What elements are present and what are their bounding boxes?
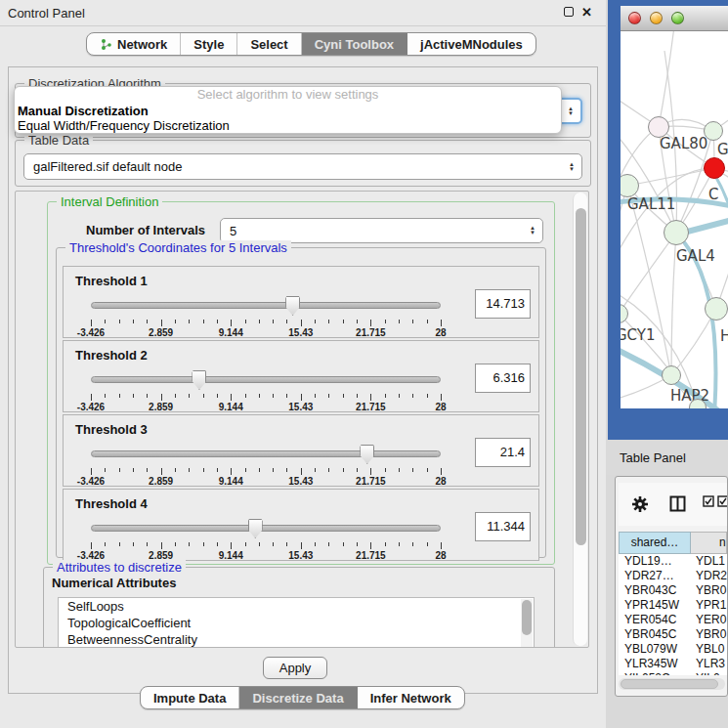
tab-network[interactable]: Network [87,33,181,55]
cyni-toolbox-panel: Discretization Algorithm ▲▼ Table Data g… [8,66,598,694]
network-window-titlebar[interactable] [621,6,728,31]
algorithm-prompt-item[interactable]: Select algorithm to view settings [15,87,561,104]
cell-name[interactable]: YDL1 [691,554,727,569]
slider-tick-label: 21.715 [349,550,392,561]
checkbox-icon[interactable] [717,495,728,507]
settings-scroll-thumb[interactable] [576,208,586,545]
slider-handle[interactable] [285,296,300,316]
attribute-list-item[interactable]: SelfLoops [59,598,534,615]
settings-vertical-scrollbar[interactable] [573,193,587,646]
tab-jactivemnodules[interactable]: jActiveMNodules [407,33,535,55]
slider-tick-label: -3.426 [69,402,112,412]
network-node-label: GCY1 [621,326,656,344]
column-header-name[interactable]: n [691,532,727,554]
attributes-scroll-thumb[interactable] [522,600,532,635]
cell-shared-name[interactable]: YDR27… [619,569,691,583]
threshold-value-field[interactable]: 6.316 [475,364,531,393]
table-row[interactable]: YDL19…YDL1 [619,554,727,569]
cell-name[interactable]: YBR0 [691,627,727,642]
network-node[interactable] [704,157,725,179]
slider-tick-label: 2.859 [140,327,183,338]
slider-tick [217,320,218,323]
cell-shared-name[interactable]: YBR043C [619,583,691,598]
tab-discretize-data[interactable]: Discretize Data [239,687,357,708]
table-row[interactable]: YPR145WYPR1 [619,598,727,613]
threshold-value-field[interactable]: 14.713 [475,289,531,319]
threshold-value-field[interactable]: 21.4 [475,438,531,467]
tab-select[interactable]: Select [237,33,301,55]
table-row[interactable]: YLR345WYLR3 [619,657,727,671]
network-canvas[interactable]: GAL80GACGAL11GAL4GCY1HHAP2 [621,31,728,408]
slider-track[interactable] [91,525,441,532]
table-row[interactable]: YBR045CYBR0 [619,627,727,642]
slider-track[interactable] [91,302,441,309]
table-row[interactable]: YBR043CYBR0 [619,583,727,598]
threshold-value-field[interactable]: 11.344 [475,512,531,541]
slider-tick [259,394,260,398]
tab-cyni-toolbox[interactable]: Cyni Toolbox [302,33,407,55]
split-pane-icon[interactable] [669,495,686,512]
slider-tick [217,468,218,472]
attribute-list-item[interactable]: BetweennessCentrality [59,631,534,648]
cell-shared-name[interactable]: YBR045C [619,627,691,642]
slider-handle[interactable] [248,519,263,538]
slider-tick-label: 9.144 [209,476,252,487]
cell-shared-name[interactable]: YLR345W [619,657,691,671]
numerical-attributes-list[interactable]: SelfLoopsTopologicalCoefficientBetweenne… [58,597,535,648]
network-node[interactable] [705,297,728,321]
column-header-shared-name[interactable]: shared… [619,532,691,554]
network-node[interactable] [664,220,689,245]
threshold-panel: Threshold 1-3.4262.8599.14415.4321.71528… [63,266,539,338]
slider-tick [161,468,162,475]
apply-button[interactable]: Apply [263,657,327,679]
network-node-label: H [720,327,728,345]
cell-shared-name[interactable]: YIL052C [619,671,691,675]
algorithm-dropdown-popup: Select algorithm to view settings Manual… [14,86,562,134]
cell-name[interactable]: YBR0 [691,583,727,598]
float-window-icon[interactable] [564,7,574,17]
threshold-slider[interactable]: -3.4262.8599.14415.4321.71528 [91,445,441,486]
interval-group-title: Interval Definition [57,194,162,209]
tab-impute-data[interactable]: Impute Data [141,687,239,708]
table-data-combobox[interactable]: galFiltered.sif default node ▲▼ [23,153,582,180]
cell-shared-name[interactable]: YDL19… [619,554,691,569]
tab-style[interactable]: Style [181,33,237,55]
network-node[interactable] [662,365,681,385]
tab-infer-network[interactable]: Infer Network [358,687,464,708]
slider-handle[interactable] [360,445,374,464]
attribute-list-item[interactable]: TopologicalCoefficient [59,615,534,631]
cell-name[interactable]: YER0 [691,613,727,627]
algorithm-option[interactable]: Manual Discretization [15,104,561,118]
cell-shared-name[interactable]: YPR145W [619,598,691,613]
attributes-list-scrollbar[interactable] [521,599,533,648]
slider-tick [328,320,329,323]
table-horizontal-scrollbar[interactable] [619,678,725,690]
threshold-slider[interactable]: -3.4262.8599.14415.4321.71528 [91,519,441,560]
mac-minimize-icon[interactable] [650,12,663,24]
gear-icon[interactable] [631,495,649,513]
slider-track[interactable] [91,450,441,457]
cell-shared-name[interactable]: YER054C [619,613,691,627]
slider-handle[interactable] [192,370,206,390]
cell-shared-name[interactable]: YBL079W [619,642,691,657]
table-row[interactable]: YIL052CYIL0 [619,671,727,675]
slider-track[interactable] [91,376,441,383]
slider-tick [301,542,302,549]
threshold-slider[interactable]: -3.4262.8599.14415.4321.71528 [91,370,441,411]
checkbox-icon[interactable] [703,495,714,507]
table-row[interactable]: YBL079WYBL0 [619,642,727,657]
network-node[interactable] [704,121,723,141]
mac-close-icon[interactable] [628,12,641,24]
close-panel-icon[interactable]: ✕ [581,7,592,19]
table-row[interactable]: YDR27…YDR2 [619,569,727,583]
cell-name[interactable]: YDR2 [691,569,727,583]
table-row[interactable]: YER054CYER0 [619,613,727,627]
cell-name[interactable]: YLR3 [691,657,727,671]
table-hscroll-thumb[interactable] [621,679,718,689]
cell-name[interactable]: YIL0 [691,671,727,675]
cell-name[interactable]: YPR1 [691,598,727,613]
cell-name[interactable]: YBL0 [691,642,727,657]
threshold-slider[interactable]: -3.4262.8599.14415.4321.71528 [91,296,441,337]
algorithm-option[interactable]: Equal Width/Frequency Discretization [15,118,561,133]
mac-zoom-icon[interactable] [671,12,684,24]
